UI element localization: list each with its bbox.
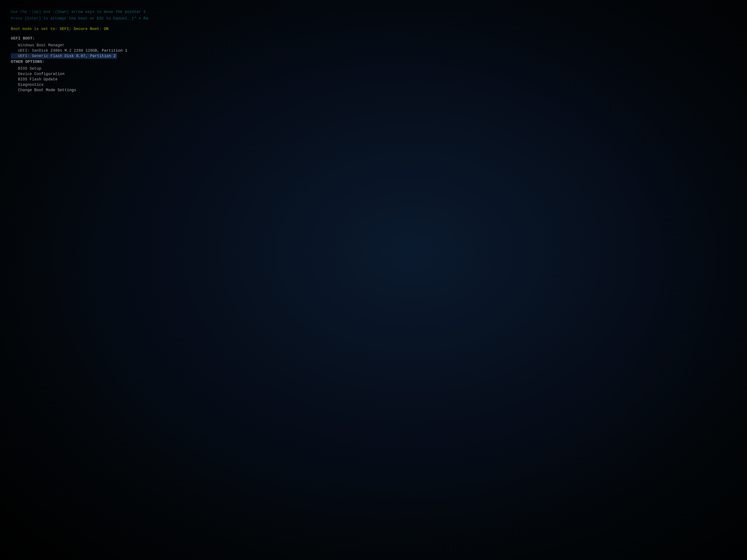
option-change-boot-mode[interactable]: Change Boot Mode Settings — [11, 87, 736, 93]
instruction-line-2: Press [Enter] to attempt the boot or ESC… — [11, 15, 736, 22]
other-options-header: OTHER OPTIONS: — [11, 59, 736, 64]
bios-boot-screen: Use the ↑(Up) and ↓(Down) arrow keys to … — [0, 0, 747, 560]
boot-item-sandisk[interactable]: UEFI: SanDisk Z400s M.2 2280 128GB, Part… — [11, 48, 736, 53]
boot-item-windows[interactable]: Windows Boot Manager — [11, 43, 736, 48]
boot-item-generic-flash[interactable]: UEFI: Generic Flash Disk 8.07, Partition… — [11, 53, 117, 59]
instruction-line-1: Use the ↑(Up) and ↓(Down) arrow keys to … — [11, 9, 736, 15]
option-device-configuration[interactable]: Device Configuration — [11, 71, 736, 77]
boot-mode-status: Boot mode is set to: UEFI; Secure Boot: … — [11, 27, 736, 31]
option-bios-flash-update[interactable]: BIOS Flash Update — [11, 77, 736, 82]
header-instructions: Use the ↑(Up) and ↓(Down) arrow keys to … — [11, 9, 736, 22]
option-bios-setup[interactable]: BIOS Setup — [11, 66, 736, 71]
option-diagnostics[interactable]: Diagnostics — [11, 82, 736, 87]
uefi-boot-header: UEFI BOOT: — [11, 36, 736, 41]
